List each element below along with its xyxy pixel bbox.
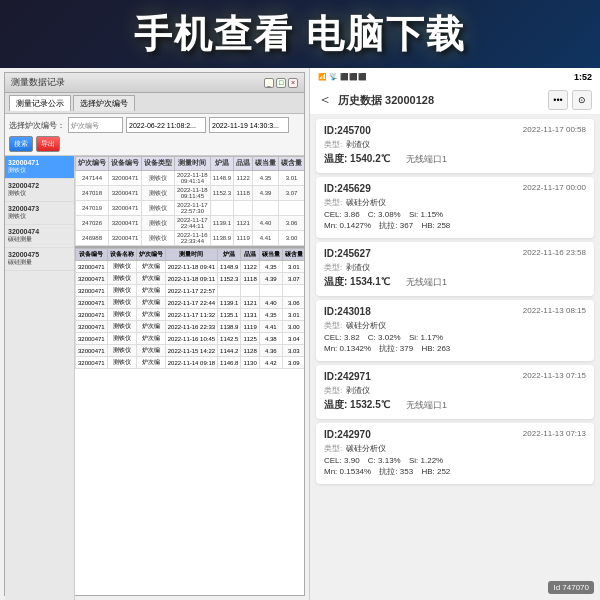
date-from-input[interactable] [126,117,206,133]
nav-title: 历史数据 32000128 [338,93,542,108]
card-header: ID:245700 2022-11-17 00:58 [324,125,586,136]
sidebar-item-3[interactable]: 32000474 碳硅测量 [5,225,74,248]
bh-8: 碳含量 [282,249,304,261]
record-card[interactable]: ID:242971 2022-11-13 07:15 类型: 剥渣仪 温度: 1… [316,365,594,419]
card-type-label: 类型: [324,443,342,454]
record-card[interactable]: ID:242970 2022-11-13 07:13 类型: 碳硅分析仪 CEL… [316,423,594,484]
col-header-c1: 碳当量 [253,157,279,171]
record-card[interactable]: ID:245627 2022-11-16 23:58 类型: 剥渣仪 温度: 1… [316,242,594,296]
close-button[interactable]: × [288,78,298,88]
bottom-table-row: 32000471 测铁仪 炉次编 2022-11-18 09:11 1152.3… [76,273,305,285]
card-datetime: 2022-11-13 07:15 [523,371,586,380]
minimize-button[interactable]: _ [264,78,274,88]
card-datetime: 2022-11-13 07:13 [523,429,586,438]
card-type-row: 类型: 碳硅分析仪 [324,320,586,331]
left-panel: 测量数据记录 _ □ × 测量记录公示 选择炉次编号 选择炉次编号： 搜索 导出 [0,68,310,600]
bh-6: 品温 [241,249,259,261]
bh-7: 碳当量 [259,249,282,261]
bottom-table-row: 32000471 测铁仪 炉次编 2022-11-16 22:33 1138.9… [76,321,305,333]
window-titlebar: 测量数据记录 _ □ × [5,73,304,93]
bottom-table-row: 32000471 测铁仪 炉次编 2022-11-18 09:41 1148.9… [76,261,305,273]
tab-furnace-select[interactable]: 选择炉次编号 [73,95,135,111]
card-temp-row: 温度: 1532.5℃ 无线端口1 [324,398,586,412]
sidebar-item-1[interactable]: 32000472 测铁仪 [5,179,74,202]
bh-5: 炉温 [218,249,241,261]
card-type-label: 类型: [324,385,342,396]
export-button[interactable]: 导出 [36,136,60,152]
card-type-value: 剥渣仪 [346,139,370,150]
card-header: ID:245627 2022-11-16 23:58 [324,248,586,259]
status-icons: 📶 📡 ⬛⬛⬛ [318,73,367,81]
bottom-table-row: 32000471 测铁仪 炉次编 2022-11-17 22:44 1139.1… [76,297,305,309]
card-type-row: 类型: 剥渣仪 [324,262,586,273]
card-datetime: 2022-11-16 23:58 [523,248,586,257]
record-card[interactable]: ID:245629 2022-11-17 00:00 类型: 碳硅分析仪 CEL… [316,177,594,238]
search-button[interactable]: 搜索 [9,136,33,152]
card-datetime: 2022-11-17 00:00 [523,183,586,192]
desktop-window: 测量数据记录 _ □ × 测量记录公示 选择炉次编号 选择炉次编号： 搜索 导出 [4,72,305,596]
bh-4: 测量时间 [165,249,217,261]
back-button[interactable]: ＜ [318,91,332,109]
bottom-table-row: 32000471 测铁仪 炉次编 2022-11-16 10:45 1142.5… [76,333,305,345]
tab-record-public[interactable]: 测量记录公示 [9,95,71,111]
bottom-table-section[interactable]: 设备编号 设备名称 炉次编号 测量时间 炉温 品温 碳当量 碳含量 硅含量 [75,246,304,446]
card-type-row: 类型: 剥渣仪 [324,385,586,396]
card-id: ID:242970 [324,429,371,440]
furnace-input[interactable] [68,117,123,133]
card-header: ID:242970 2022-11-13 07:13 [324,429,586,440]
sidebar-item-0[interactable]: 32000471 测铁仪 [5,156,74,179]
banner-title: 手机查看 电脑下载 [134,9,467,60]
bottom-table-row: 32000471 测铁仪 炉次编 2022-11-14 09:18 1146.8… [76,357,305,369]
date-to-input[interactable] [209,117,289,133]
card-analysis-row1: CEL: 3.86 C: 3.08% Si: 1.15% [324,210,586,219]
card-header: ID:243018 2022-11-13 08:15 [324,306,586,317]
col-header-t1: 炉温 [210,157,233,171]
phone-statusbar: 📶 📡 ⬛⬛⬛ 1:52 [310,68,600,86]
card-type-label: 类型: [324,139,342,150]
card-temp-row: 温度: 1534.1℃ 无线端口1 [324,275,586,289]
data-table-container[interactable]: 炉次编号 设备编号 设备类型 测量时间 炉温 品温 碳当量 碳含量 硅含量 镁含… [75,156,304,600]
card-type-row: 类型: 剥渣仪 [324,139,586,150]
content-area: 32000471 测铁仪 32000472 测铁仪 32000473 测铁仪 3… [5,156,304,600]
bottom-table-row: 32000471 测铁仪 炉次编 2022-11-17 22:57 1307.3… [76,285,305,297]
sidebar-item-2[interactable]: 32000473 测铁仪 [5,202,74,225]
col-header-c2: 碳含量 [279,157,304,171]
main-content: 测量数据记录 _ □ × 测量记录公示 选择炉次编号 选择炉次编号： 搜索 导出 [0,68,600,600]
right-panel: 📶 📡 ⬛⬛⬛ 1:52 ＜ 历史数据 32000128 ••• ⊙ ID:24… [310,68,600,600]
maximize-button[interactable]: □ [276,78,286,88]
table-row: 247018 32000471 测铁仪 2022-11-1809:11:45 1… [76,186,305,201]
phone-content[interactable]: ID:245700 2022-11-17 00:58 类型: 剥渣仪 温度: 1… [310,115,600,600]
toolbar-label: 选择炉次编号： [9,120,65,131]
card-header: ID:242971 2022-11-13 07:15 [324,371,586,382]
card-datetime: 2022-11-13 08:15 [523,306,586,315]
card-type-value: 碳硅分析仪 [346,320,386,331]
col-header-type: 设备类型 [142,157,175,171]
table-row: 247019 32000471 测铁仪 2022-11-1722:57:30 1… [76,201,305,216]
phone-navbar: ＜ 历史数据 32000128 ••• ⊙ [310,86,600,115]
card-type-label: 类型: [324,262,342,273]
bottom-table: 设备编号 设备名称 炉次编号 测量时间 炉温 品温 碳当量 碳含量 硅含量 [75,248,304,369]
card-type-value: 碳硅分析仪 [346,443,386,454]
record-card[interactable]: ID:243018 2022-11-13 08:15 类型: 碳硅分析仪 CEL… [316,300,594,361]
card-temp-row: 温度: 1540.2℃ 无线端口1 [324,152,586,166]
sidebar-list: 32000471 测铁仪 32000472 测铁仪 32000473 测铁仪 3… [5,156,75,600]
card-id: ID:242971 [324,371,371,382]
card-type-label: 类型: [324,320,342,331]
card-analysis-row2: Mn: 0.1427% 抗拉: 367 HB: 258 [324,220,586,231]
card-id: ID:245629 [324,183,371,194]
table-row: 247026 32000471 测铁仪 2022-11-1722:44:11 1… [76,216,305,231]
bh-3: 炉次编号 [136,249,165,261]
card-type-label: 类型: [324,197,342,208]
bottom-table-row: 32000471 测铁仪 炉次编 2022-11-15 14:22 1144.2… [76,345,305,357]
col-header-t2: 品温 [234,157,253,171]
card-analysis-row2: Mn: 0.1342% 抗拉: 379 HB: 263 [324,343,586,354]
bh-1: 设备编号 [76,249,108,261]
record-card[interactable]: ID:245700 2022-11-17 00:58 类型: 剥渣仪 温度: 1… [316,119,594,173]
toolbar: 选择炉次编号： 搜索 导出 [5,114,304,156]
card-datetime: 2022-11-17 00:58 [523,125,586,134]
col-header-furnace: 炉次编号 [76,157,109,171]
more-options-button[interactable]: ••• [548,90,568,110]
card-analysis-row1: CEL: 3.90 C: 3.13% Si: 1.22% [324,456,586,465]
settings-button[interactable]: ⊙ [572,90,592,110]
sidebar-item-4[interactable]: 32000475 碳硅测量 [5,248,74,271]
